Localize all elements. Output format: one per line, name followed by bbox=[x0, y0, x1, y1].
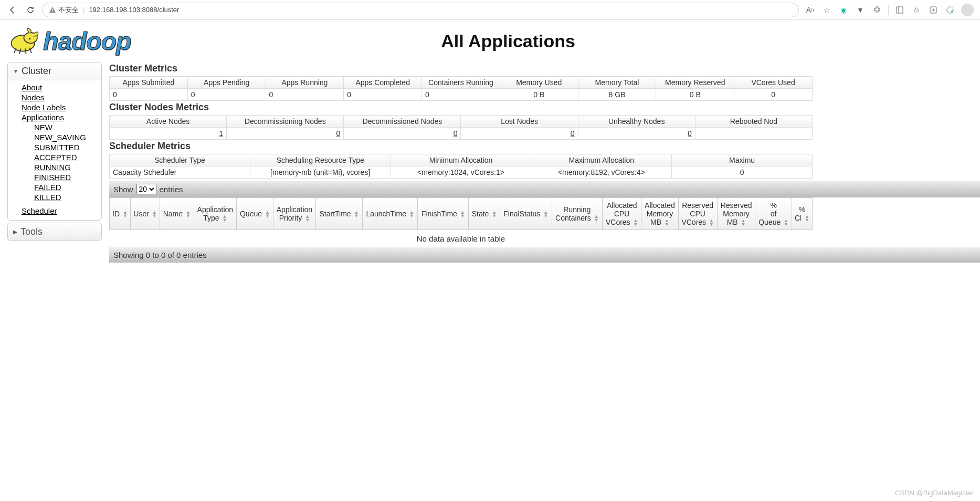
extensions-icon[interactable] bbox=[871, 4, 883, 16]
sidebar-state-finished[interactable]: FINISHED bbox=[34, 173, 71, 182]
read-aloud-icon[interactable]: A)) bbox=[804, 4, 816, 16]
cluster-metrics-title: Cluster Metrics bbox=[109, 63, 980, 74]
dt-show-suffix: entries bbox=[160, 185, 183, 194]
apps-column-header[interactable]: AllocatedMemoryMB ▲▼ bbox=[641, 198, 678, 230]
table-cell: 0 bbox=[422, 89, 500, 101]
apps-column-header[interactable]: RunningContainers ▲▼ bbox=[552, 198, 602, 230]
apps-column-header[interactable]: FinalStatus ▲▼ bbox=[500, 198, 552, 230]
table-header: Apps Pending bbox=[187, 77, 266, 89]
apps-column-header[interactable]: StartTime ▲▼ bbox=[316, 198, 362, 230]
favorites-icon[interactable]: ✩ bbox=[911, 4, 922, 16]
sidebar-state-accepted[interactable]: ACCEPTED bbox=[34, 153, 77, 162]
svg-point-7 bbox=[951, 11, 953, 13]
browser-toolbar: 不安全 | 192.168.198.103:8088/cluster A)) ☆… bbox=[0, 0, 980, 20]
hadoop-logo: hadoop bbox=[7, 25, 131, 57]
table-cell[interactable]: 0 bbox=[461, 128, 578, 140]
table-header: VCores Used bbox=[734, 77, 813, 89]
table-header: Minimum Allocation bbox=[391, 154, 531, 166]
sidebar-nodes[interactable]: Nodes bbox=[22, 93, 44, 102]
insecure-label: 不安全 bbox=[58, 5, 79, 15]
table-header: Memory Used bbox=[500, 77, 578, 89]
scheduler-metrics-table: Scheduler TypeScheduling Resource TypeMi… bbox=[109, 154, 813, 179]
table-cell: 0 B bbox=[656, 89, 734, 101]
table-cell: 0 bbox=[344, 89, 422, 101]
apps-column-header[interactable]: User ▲▼ bbox=[130, 198, 160, 230]
sort-icon: ▲▼ bbox=[123, 211, 128, 218]
sort-icon: ▲▼ bbox=[186, 211, 191, 218]
circle-icon[interactable]: ◉ bbox=[838, 4, 849, 16]
apps-column-header[interactable]: Name ▲▼ bbox=[160, 198, 194, 230]
profile-avatar[interactable] bbox=[961, 4, 974, 16]
sidebar-about[interactable]: About bbox=[22, 83, 42, 92]
chevron-down-icon[interactable]: ▼ bbox=[855, 4, 866, 16]
url-text: 192.168.198.103:8088/cluster bbox=[89, 6, 179, 14]
nav-tools-head[interactable]: ▶ Tools bbox=[8, 223, 101, 241]
apps-column-header[interactable]: State ▲▼ bbox=[469, 198, 500, 230]
logo-text: hadoop bbox=[43, 27, 131, 56]
collections-icon[interactable] bbox=[928, 4, 939, 16]
back-button[interactable] bbox=[6, 4, 19, 16]
sidebar-state-new[interactable]: NEW bbox=[34, 123, 52, 132]
sidebar-state-failed[interactable]: FAILED bbox=[34, 183, 61, 192]
apps-column-header[interactable]: ReservedMemoryMB ▲▼ bbox=[717, 198, 755, 230]
table-cell: 0 bbox=[672, 166, 813, 179]
table-header: Rebooted Nod bbox=[695, 116, 812, 128]
table-header: Decommissioned Nodes bbox=[344, 116, 461, 128]
table-cell[interactable] bbox=[695, 128, 812, 140]
table-cell[interactable]: 0 bbox=[344, 128, 461, 140]
nav-cluster-label: Cluster bbox=[22, 66, 51, 77]
apps-column-header[interactable]: AllocatedCPUVCores ▲▼ bbox=[603, 198, 641, 230]
apps-column-header[interactable]: LaunchTime ▲▼ bbox=[362, 198, 418, 230]
apps-column-header[interactable]: FinishTime ▲▼ bbox=[418, 198, 469, 230]
triangle-down-icon: ▼ bbox=[13, 68, 18, 74]
nav-cluster: ▼ Cluster About Nodes Node Labels Applic… bbox=[7, 62, 102, 221]
cluster-metrics-table: Apps SubmittedApps PendingApps RunningAp… bbox=[109, 76, 813, 101]
toolbar-right: A)) ☆ ◉ ▼ ✩ bbox=[804, 4, 974, 16]
table-header: Memory Reserved bbox=[656, 77, 734, 89]
sort-icon: ▲▼ bbox=[665, 219, 669, 226]
sort-icon: ▲▼ bbox=[305, 215, 310, 222]
sort-icon: ▲▼ bbox=[594, 215, 599, 222]
table-cell: 8 GB bbox=[578, 89, 656, 101]
table-header: Lost Nodes bbox=[461, 116, 578, 128]
apps-column-header[interactable]: ReservedCPUVCores ▲▼ bbox=[678, 198, 717, 230]
sort-icon: ▲▼ bbox=[354, 211, 359, 218]
table-cell[interactable]: 0 bbox=[578, 128, 695, 140]
apps-column-header[interactable]: ApplicationType ▲▼ bbox=[194, 198, 237, 230]
apps-column-header[interactable]: ID ▲▼ bbox=[110, 198, 131, 230]
sidebar-scheduler[interactable]: Scheduler bbox=[22, 206, 57, 215]
nav-tools: ▶ Tools bbox=[7, 223, 102, 241]
table-cell[interactable]: 1 bbox=[110, 128, 227, 140]
sort-icon: ▲▼ bbox=[223, 215, 227, 222]
apps-column-header[interactable]: ApplicationPriority ▲▼ bbox=[273, 198, 316, 230]
apps-column-header[interactable]: %Cl ▲▼ bbox=[792, 198, 812, 230]
refresh-button[interactable] bbox=[24, 4, 37, 16]
datatable-length: Show 20 entries bbox=[109, 181, 980, 197]
sidebar-node-labels[interactable]: Node Labels bbox=[22, 103, 66, 112]
dt-length-select[interactable]: 20 bbox=[136, 184, 156, 194]
sidebar-state-new-saving[interactable]: NEW_SAVING bbox=[34, 133, 86, 142]
nav-cluster-head[interactable]: ▼ Cluster bbox=[8, 62, 101, 80]
star-icon[interactable]: ☆ bbox=[821, 4, 833, 16]
sidebar-applications[interactable]: Applications bbox=[22, 113, 64, 122]
url-bar[interactable]: 不安全 | 192.168.198.103:8088/cluster bbox=[42, 3, 799, 17]
table-cell[interactable]: 0 bbox=[227, 128, 344, 140]
table-header: Decommissioning Nodes bbox=[227, 116, 344, 128]
sort-icon: ▲▼ bbox=[152, 211, 157, 218]
table-header: Apps Completed bbox=[344, 77, 422, 89]
apps-column-header[interactable]: %ofQueue ▲▼ bbox=[755, 198, 792, 230]
sidebar-icon[interactable] bbox=[894, 4, 905, 16]
sidebar-state-running[interactable]: RUNNING bbox=[34, 163, 71, 172]
svg-rect-0 bbox=[52, 8, 52, 11]
table-cell: <memory:1024, vCores:1> bbox=[391, 166, 531, 179]
sort-icon: ▲▼ bbox=[543, 211, 548, 218]
insecure-badge: 不安全 bbox=[49, 5, 79, 15]
table-header: Apps Submitted bbox=[110, 77, 188, 89]
svg-rect-2 bbox=[897, 7, 903, 13]
svg-point-10 bbox=[29, 38, 30, 39]
apps-column-header[interactable]: Queue ▲▼ bbox=[237, 198, 273, 230]
sidebar-state-killed[interactable]: KILLED bbox=[34, 193, 61, 202]
table-cell: 0 bbox=[187, 89, 266, 101]
sidebar-state-submitted[interactable]: SUBMITTED bbox=[34, 143, 80, 152]
performance-icon[interactable] bbox=[944, 4, 956, 16]
